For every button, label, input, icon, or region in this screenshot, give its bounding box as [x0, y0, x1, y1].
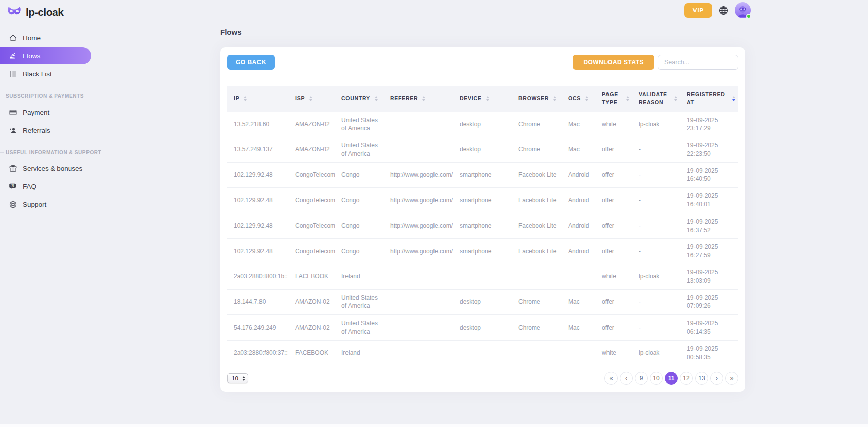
table-row[interactable]: 102.129.92.48 CongoTelecom Congo http://…: [227, 162, 738, 188]
table-row[interactable]: 102.129.92.48 CongoTelecom Congo http://…: [227, 188, 738, 214]
page-title: Flows: [220, 28, 745, 36]
column-header-ocs[interactable]: OCS: [562, 86, 595, 112]
table-footer: 10 « ‹ 9 10 11 12 13: [227, 372, 738, 385]
column-header-page-type[interactable]: PAGE TYPE: [595, 86, 632, 112]
cell-page-type: white: [595, 264, 632, 290]
cell-ocs: Mac: [562, 289, 595, 315]
sidebar-item-referrals[interactable]: Referrals: [0, 122, 91, 139]
cell-device: [453, 340, 512, 365]
sidebar-item-label: Services & bonuses: [23, 165, 82, 172]
card-toolbar: GO BACK DOWNLOAD STATS: [227, 55, 738, 70]
page-button[interactable]: »: [725, 372, 738, 385]
page-button[interactable]: «: [604, 372, 618, 385]
cell-validate-reason: -: [632, 162, 680, 188]
cell-referer: [384, 315, 453, 341]
cell-device: smartphone: [453, 188, 512, 214]
cell-device: desktop: [453, 137, 512, 163]
cell-ocs: [562, 340, 595, 365]
cell-browser: [512, 264, 562, 290]
cell-registered-at: 19-09-2025 22:23:50: [680, 137, 738, 163]
page-button[interactable]: 11: [665, 372, 678, 385]
column-header-referer[interactable]: REFERER: [384, 86, 453, 112]
page-button[interactable]: 13: [695, 372, 708, 385]
cell-referer: http://www.google.com/: [384, 213, 453, 239]
cell-page-type: offer: [595, 162, 632, 188]
sidebar-section-support: USEFUL INFORMATION & SUPPORT: [0, 150, 91, 155]
online-status-dot: [746, 14, 751, 19]
page-button[interactable]: ‹: [620, 372, 633, 385]
column-header-registered-at[interactable]: REGISTERED AT: [680, 86, 738, 112]
page-size-select[interactable]: 10: [227, 373, 248, 383]
page-button[interactable]: ›: [710, 372, 723, 385]
column-header-browser[interactable]: BROWSER: [512, 86, 562, 112]
sort-icon: [375, 96, 378, 101]
sidebar-item-flows[interactable]: Flows: [0, 47, 91, 64]
brand-logo[interactable]: lp-cloak: [0, 0, 91, 18]
sidebar-item-payment[interactable]: Payment: [0, 103, 91, 121]
sidebar-item-black-list[interactable]: Black List: [0, 65, 91, 82]
column-header-ip[interactable]: IP: [227, 86, 289, 112]
cell-device: smartphone: [453, 239, 512, 264]
cell-ip: 13.52.218.60: [227, 112, 289, 137]
lifebuoy-icon: [9, 200, 17, 209]
table-row[interactable]: 13.57.249.137 AMAZON-02 United States of…: [227, 137, 738, 163]
table-row[interactable]: 102.129.92.48 CongoTelecom Congo http://…: [227, 213, 738, 239]
cell-country: Congo: [335, 188, 384, 214]
credit-card-icon: [9, 108, 17, 117]
page-button[interactable]: 9: [635, 372, 648, 385]
toolbar-right: DOWNLOAD STATS: [573, 55, 738, 70]
table-body: 13.52.218.60 AMAZON-02 United States of …: [227, 112, 738, 365]
sidebar-item-home[interactable]: Home: [0, 29, 91, 46]
flows-icon: [9, 52, 17, 60]
cell-device: [453, 264, 512, 290]
sidebar-item-services-bonuses[interactable]: Services & bonuses: [0, 160, 91, 177]
cell-isp: CongoTelecom: [289, 188, 335, 214]
cell-registered-at: 19-09-2025 16:40:50: [680, 162, 738, 188]
cell-referer: [384, 289, 453, 315]
sidebar-item-faq[interactable]: ?! FAQ: [0, 178, 91, 195]
cell-country: United States of America: [335, 315, 384, 341]
table-row[interactable]: 18.144.7.80 AMAZON-02 United States of A…: [227, 289, 738, 315]
sort-icon: [486, 96, 489, 101]
table-row[interactable]: 13.52.218.60 AMAZON-02 United States of …: [227, 112, 738, 137]
cell-validate-reason: -: [632, 137, 680, 163]
column-header-validate-reason[interactable]: VALIDATE REASON: [632, 86, 680, 112]
page-button[interactable]: 10: [650, 372, 663, 385]
sidebar-item-label: Flows: [23, 52, 40, 60]
sidebar-item-label: FAQ: [23, 183, 36, 190]
download-stats-button[interactable]: DOWNLOAD STATS: [573, 55, 654, 70]
cell-isp: CongoTelecom: [289, 213, 335, 239]
cell-browser: Chrome: [512, 315, 562, 341]
column-header-device[interactable]: DEVICE: [453, 86, 512, 112]
sidebar-item-support[interactable]: Support: [0, 196, 91, 213]
cell-ip: 102.129.92.48: [227, 162, 289, 188]
column-header-country[interactable]: COUNTRY: [335, 86, 384, 112]
table-row[interactable]: 2a03:2880:f800:1b:: FACEBOOK Ireland whi…: [227, 264, 738, 290]
table-row[interactable]: 2a03:2880:f800:37:: FACEBOOK Ireland whi…: [227, 340, 738, 365]
cell-page-type: white: [595, 112, 632, 137]
cell-registered-at: 19-09-2025 16:37:52: [680, 213, 738, 239]
search-input[interactable]: [658, 55, 738, 70]
cell-page-type: offer: [595, 188, 632, 214]
go-back-button[interactable]: GO BACK: [227, 55, 275, 70]
column-header-isp[interactable]: ISP: [289, 86, 335, 112]
cell-ocs: Mac: [562, 315, 595, 341]
home-icon: [9, 34, 17, 42]
cell-validate-reason: -: [632, 289, 680, 315]
cell-isp: CongoTelecom: [289, 239, 335, 264]
table-row[interactable]: 102.129.92.48 CongoTelecom Congo http://…: [227, 239, 738, 264]
cell-validate-reason: lp-cloak: [632, 264, 680, 290]
cell-country: Ireland: [335, 340, 384, 365]
sidebar-section-subscription: SUBSCRIPTION & PAYMENTS: [0, 93, 91, 99]
page-size-value: 10: [232, 375, 238, 381]
cell-registered-at: 19-09-2025 00:58:35: [680, 340, 738, 365]
mask-logo-icon: [7, 6, 22, 18]
page-button[interactable]: 12: [680, 372, 693, 385]
sort-icon: [309, 96, 312, 101]
referral-person-icon: [9, 126, 17, 135]
cell-isp: AMAZON-02: [289, 137, 335, 163]
cell-referer: http://www.google.com/: [384, 188, 453, 214]
cell-isp: FACEBOOK: [289, 264, 335, 290]
cell-browser: Facebook Lite: [512, 162, 562, 188]
table-row[interactable]: 54.176.249.249 AMAZON-02 United States o…: [227, 315, 738, 341]
